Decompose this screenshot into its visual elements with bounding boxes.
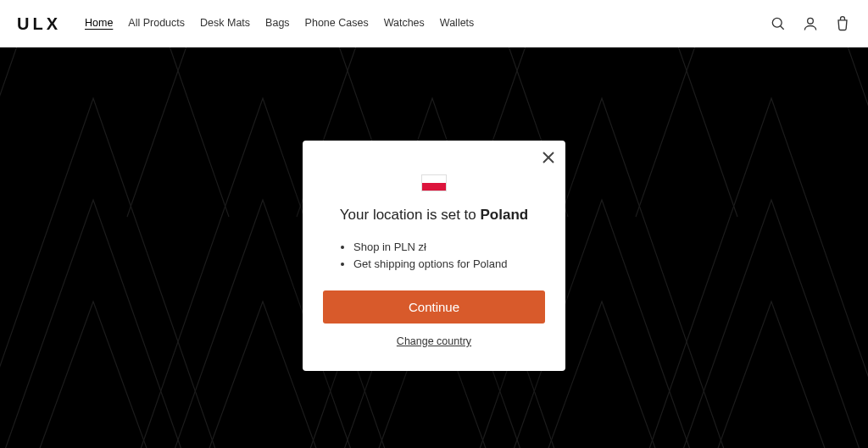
header-actions bbox=[770, 15, 851, 32]
nav-bags[interactable]: Bags bbox=[265, 17, 290, 30]
nav-all-products[interactable]: All Products bbox=[128, 17, 185, 30]
svg-point-2 bbox=[808, 18, 814, 24]
location-modal: Your location is set to Poland Shop in P… bbox=[303, 141, 565, 371]
continue-button[interactable]: Continue bbox=[323, 290, 545, 324]
modal-title-prefix: Your location is set to bbox=[340, 207, 481, 223]
nav-desk-mats[interactable]: Desk Mats bbox=[200, 17, 250, 30]
modal-bullets: Shop in PLN zł Get shipping options for … bbox=[323, 239, 545, 272]
modal-bullet: Get shipping options for Poland bbox=[353, 256, 545, 273]
cart-icon[interactable] bbox=[834, 15, 851, 32]
nav-home[interactable]: Home bbox=[85, 17, 113, 30]
main-nav: Home All Products Desk Mats Bags Phone C… bbox=[85, 17, 474, 30]
svg-line-1 bbox=[781, 26, 784, 30]
site-logo[interactable]: ULX bbox=[17, 14, 61, 34]
nav-wallets[interactable]: Wallets bbox=[440, 17, 475, 30]
site-header: ULX Home All Products Desk Mats Bags Pho… bbox=[0, 0, 868, 47]
modal-bullet: Shop in PLN zł bbox=[353, 239, 545, 256]
account-icon[interactable] bbox=[802, 15, 819, 32]
nav-watches[interactable]: Watches bbox=[384, 17, 425, 30]
modal-title: Your location is set to Poland bbox=[323, 207, 545, 224]
change-country-link[interactable]: Change country bbox=[323, 335, 545, 347]
nav-phone-cases[interactable]: Phone Cases bbox=[305, 17, 369, 30]
close-icon[interactable] bbox=[540, 149, 557, 166]
modal-title-country: Poland bbox=[481, 207, 529, 223]
search-icon[interactable] bbox=[770, 15, 787, 32]
flag-poland-icon bbox=[421, 174, 447, 191]
svg-point-0 bbox=[772, 18, 782, 27]
